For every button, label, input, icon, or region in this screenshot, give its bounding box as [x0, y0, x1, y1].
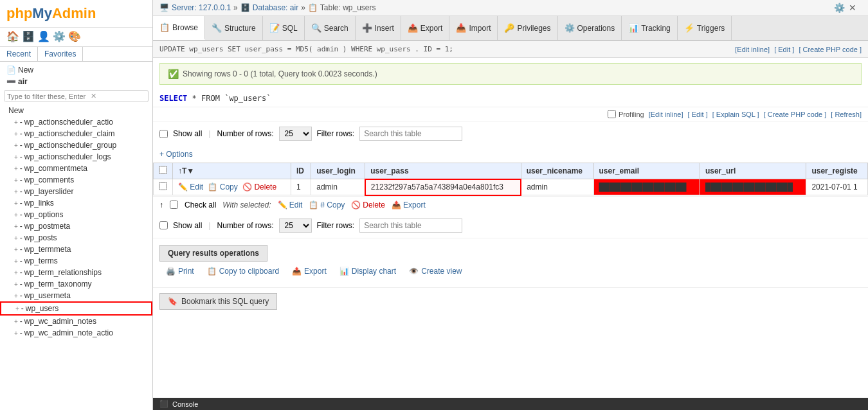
th-id[interactable]: ID [291, 163, 311, 179]
expand-icon: + [14, 154, 18, 161]
qro-export[interactable]: 📤 Export [292, 267, 327, 276]
home-icon[interactable]: 🏠 [6, 30, 19, 42]
qro-print[interactable]: 🖨️ Print [166, 267, 194, 276]
profiling-refresh[interactable]: [ Refresh] [831, 111, 862, 118]
settings-icon[interactable]: ⚙️ [53, 30, 66, 42]
nav-search[interactable]: 🔍 Search [305, 16, 356, 40]
filter-input-top[interactable] [359, 127, 462, 141]
table-icon: - [20, 187, 23, 196]
expand-icon: + [14, 235, 18, 242]
sidebar-table-wp_term_relationships[interactable]: + - wp_term_relationships [0, 267, 152, 278]
th-user-login[interactable]: user_login [311, 163, 365, 179]
sidebar-filter-input[interactable] [5, 91, 88, 102]
row-copy-link[interactable]: 📋 Copy [208, 183, 237, 192]
table-label: wp_postmeta [24, 222, 70, 231]
breadcrumb-database[interactable]: Database: air [253, 3, 298, 12]
show-all-checkbox-bottom[interactable] [159, 221, 168, 229]
breadcrumb: 🖥️ Server: 127.0.0.1 » 🗄️ Database: air … [153, 0, 868, 16]
sep-pipe-2: | [208, 221, 210, 230]
row-edit-link[interactable]: ✏️ Edit [178, 183, 203, 192]
profiling-explain[interactable]: [ Explain SQL ] [712, 111, 759, 118]
sidebar-db-item[interactable]: ➖ air [0, 76, 152, 87]
sidebar-table-wp_usermeta[interactable]: + - wp_usermeta [0, 290, 152, 301]
database-icon[interactable]: 🗄️ [22, 30, 35, 42]
show-all-label-bottom: Show all [173, 221, 202, 230]
qro-copy-label: Copy to clipboard [219, 267, 279, 276]
sidebar-filter-clear[interactable]: ✕ [88, 91, 99, 102]
profiling-create-php[interactable]: [ Create PHP code ] [764, 111, 827, 118]
settings-gear-icon[interactable]: ⚙️ [834, 3, 845, 13]
sidebar-table-wp_actionscheduler_group[interactable]: + - wp_actionscheduler_group [0, 139, 152, 151]
breadcrumb-server[interactable]: Server: 127.0.0.1 [172, 3, 231, 12]
nav-insert[interactable]: ➕ Insert [356, 16, 401, 40]
th-user-registered[interactable]: user_registe [806, 163, 868, 179]
query-results-operations-button[interactable]: Query results operations [159, 245, 267, 262]
check-all-checkbox[interactable] [170, 201, 178, 209]
nav-tracking[interactable]: 📊 Tracking [622, 16, 678, 40]
console-bar[interactable]: ⬛ Console [153, 398, 868, 410]
with-selected-edit[interactable]: ✏️ Edit [278, 201, 303, 209]
qro-create-view[interactable]: 👁️ Create view [409, 267, 462, 276]
filter-input-bottom[interactable] [359, 218, 462, 233]
num-rows-select-bottom[interactable]: 25 50 100 [279, 218, 312, 233]
sidebar-table-wp_actionscheduler_logs[interactable]: + - wp_actionscheduler_logs [0, 151, 152, 163]
user-icon[interactable]: 👤 [37, 30, 50, 42]
theme-icon[interactable]: 🎨 [68, 30, 81, 42]
th-user-url[interactable]: user_url [700, 163, 806, 179]
sidebar-table-wp_posts[interactable]: + - wp_posts [0, 232, 152, 244]
sql-edit-inline-link[interactable]: [Edit inline] [735, 46, 770, 53]
sidebar-table-wp_termmeta[interactable]: + - wp_termmeta [0, 244, 152, 255]
logo-php: php [6, 5, 32, 21]
profiling-checkbox[interactable] [608, 110, 616, 118]
sidebar-table-wp_actionscheduler_claim[interactable]: + - wp_actionscheduler_claim [0, 128, 152, 139]
close-icon[interactable]: ✕ [849, 3, 856, 13]
sidebar-table-wp_actionscheduler_actio[interactable]: + - wp_actionscheduler_actio [0, 116, 152, 128]
sidebar-new-top[interactable]: 📄 New [0, 64, 152, 76]
tab-recent[interactable]: Recent [0, 47, 38, 61]
profiling-edit[interactable]: [ Edit ] [688, 111, 708, 118]
sidebar-table-wp_layerslider[interactable]: + - wp_layerslider [0, 186, 152, 197]
nav-export[interactable]: 📤 Export [401, 16, 450, 40]
row-checkbox[interactable] [159, 182, 167, 190]
bookmark-icon: 🔖 [168, 297, 177, 306]
with-selected-copy[interactable]: 📋 # Copy [309, 201, 345, 209]
sidebar-table-wp_users[interactable]: + - wp_users [0, 301, 152, 316]
table-icon: - [20, 256, 23, 265]
table-label: wp_actionscheduler_logs [24, 152, 111, 161]
with-selected-export[interactable]: 📤 Export [392, 201, 426, 209]
with-selected-delete[interactable]: 🚫 Delete [351, 201, 385, 209]
sidebar-table-wp_term_taxonomy[interactable]: + - wp_term_taxonomy [0, 278, 152, 290]
row-delete-link[interactable]: 🚫 Delete [242, 183, 276, 192]
show-all-checkbox-top[interactable] [159, 130, 168, 138]
nav-structure[interactable]: 🔧 Structure [205, 16, 263, 40]
tab-favorites[interactable]: Favorites [38, 47, 83, 61]
console-square-icon: ⬛ [159, 400, 168, 408]
qro-display-chart[interactable]: 📊 Display chart [339, 267, 396, 276]
sidebar-table-wp_options[interactable]: + - wp_options [0, 209, 152, 220]
nav-browse[interactable]: 📋 Browse [153, 16, 205, 40]
nav-operations[interactable]: ⚙️ Operations [558, 16, 622, 40]
sidebar-table-wp_wc_admin_notes[interactable]: + - wp_wc_admin_notes [0, 316, 152, 327]
sidebar-table-wp_links[interactable]: + - wp_links [0, 197, 152, 209]
th-user-pass[interactable]: user_pass [365, 163, 521, 179]
sidebar-table-wp_postmeta[interactable]: + - wp_postmeta [0, 220, 152, 232]
nav-privileges[interactable]: 🔑 Privileges [498, 16, 557, 40]
nav-sql[interactable]: 📝 SQL [263, 16, 305, 40]
bookmark-button[interactable]: 🔖 Bookmark this SQL query [159, 293, 277, 310]
nav-triggers[interactable]: ⚡ Triggers [678, 16, 732, 40]
select-all-checkbox[interactable] [159, 166, 167, 174]
sidebar-table-wp_wc_admin_note_actio[interactable]: + - wp_wc_admin_note_actio [0, 327, 152, 339]
profiling-edit-inline[interactable]: [Edit inline] [649, 111, 683, 118]
sidebar-new-db[interactable]: New [0, 105, 152, 116]
num-rows-select-top[interactable]: 25 50 100 [279, 127, 312, 141]
sidebar-table-wp_comments[interactable]: + - wp_comments [0, 174, 152, 186]
th-user-nicename[interactable]: user_nicename [521, 163, 593, 179]
sidebar-table-wp_commentmeta[interactable]: + - wp_commentmeta [0, 163, 152, 174]
sql-create-php-link[interactable]: [ Create PHP code ] [799, 46, 862, 53]
sidebar-table-wp_terms[interactable]: + - wp_terms [0, 255, 152, 267]
nav-import[interactable]: 📥 Import [449, 16, 498, 40]
options-link[interactable]: + Options [159, 147, 193, 161]
qro-copy-clipboard[interactable]: 📋 Copy to clipboard [207, 267, 279, 276]
th-user-email[interactable]: user_email [593, 163, 700, 179]
sql-edit-link[interactable]: [ Edit ] [774, 46, 794, 53]
